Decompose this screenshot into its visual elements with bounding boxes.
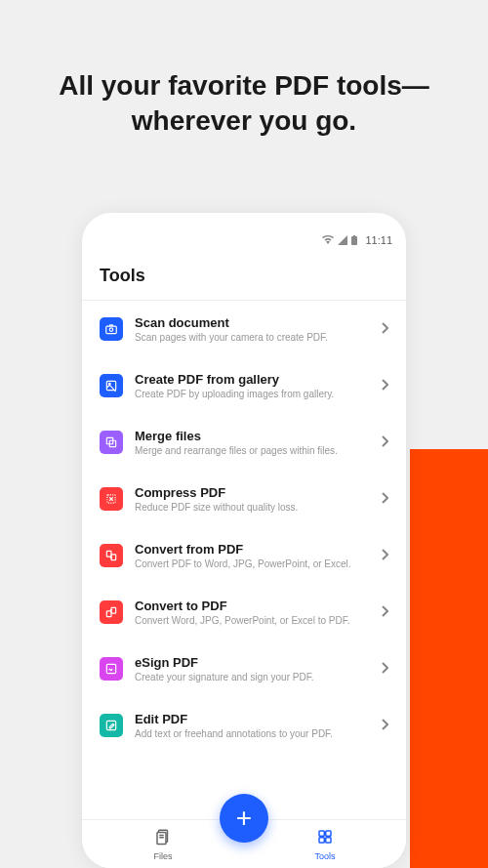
svg-rect-19	[319, 831, 324, 836]
status-time: 11:11	[365, 234, 392, 246]
tool-title: Create PDF from gallery	[135, 372, 370, 387]
tool-title: Edit PDF	[135, 712, 370, 726]
compress-icon	[100, 487, 123, 511]
nav-label: Tools	[314, 851, 335, 861]
chevron-right-icon	[382, 434, 388, 451]
chevron-right-icon	[382, 603, 388, 621]
tool-title: Convert to PDF	[135, 599, 370, 613]
plus-icon: +	[236, 805, 252, 832]
chevron-right-icon	[382, 547, 388, 564]
battery-icon	[351, 235, 357, 245]
svg-rect-22	[326, 837, 331, 842]
tool-desc: Add text or freehand annotations to your…	[135, 728, 370, 739]
tools-list: Scan document Scan pages with your camer…	[82, 301, 406, 754]
svg-rect-21	[319, 837, 324, 842]
svg-rect-20	[326, 831, 331, 836]
files-icon	[154, 828, 172, 849]
nav-files[interactable]: Files	[134, 828, 192, 861]
tool-title: Scan document	[135, 315, 370, 330]
camera-icon	[100, 317, 123, 341]
phone-mockup: 11:11 Tools Scan document Scan pages wit…	[82, 213, 406, 868]
svg-rect-0	[351, 236, 357, 245]
tool-scan-document[interactable]: Scan document Scan pages with your camer…	[100, 301, 388, 357]
screen-header: Tools	[82, 254, 406, 301]
chevron-right-icon	[382, 490, 388, 508]
svg-rect-4	[106, 381, 115, 390]
tool-compress-pdf[interactable]: Compress PDF Reduce PDF size without qua…	[100, 471, 388, 527]
tool-title: Convert from PDF	[135, 542, 370, 557]
signal-icon	[338, 235, 347, 245]
tool-convert-to-pdf[interactable]: Convert to PDF Convert Word, JPG, PowerP…	[100, 584, 388, 641]
fab-add-button[interactable]: +	[220, 794, 268, 843]
convert-to-icon	[100, 600, 123, 624]
convert-from-icon	[100, 544, 123, 567]
chevron-right-icon	[382, 660, 388, 678]
screen-title: Tools	[100, 266, 388, 286]
tool-title: Compress PDF	[135, 485, 370, 500]
tool-title: eSign PDF	[135, 655, 370, 670]
tool-desc: Reduce PDF size without quality loss.	[135, 502, 370, 513]
decorative-orange-block	[410, 449, 488, 868]
page-headline: All your favorite PDF tools—wherever you…	[0, 0, 488, 140]
sign-icon	[100, 657, 123, 681]
edit-icon	[100, 714, 123, 737]
tool-desc: Scan pages with your camera to create PD…	[135, 332, 370, 343]
svg-rect-13	[106, 664, 115, 673]
tool-create-from-gallery[interactable]: Create PDF from gallery Create PDF by up…	[100, 357, 388, 414]
image-icon	[100, 374, 123, 397]
svg-rect-9	[106, 551, 111, 557]
tool-desc: Merge and rearrange files or pages withi…	[135, 445, 370, 456]
chevron-right-icon	[382, 320, 388, 338]
tool-title: Merge files	[135, 429, 370, 443]
nav-tools[interactable]: Tools	[296, 828, 354, 861]
wifi-icon	[322, 235, 334, 245]
chevron-right-icon	[382, 377, 388, 394]
svg-rect-12	[106, 611, 111, 617]
tool-desc: Create your signature and sign your PDF.	[135, 672, 370, 682]
tool-esign-pdf[interactable]: eSign PDF Create your signature and sign…	[100, 641, 388, 697]
svg-rect-2	[106, 326, 117, 334]
tool-desc: Convert Word, JPG, PowerPoint, or Excel …	[135, 615, 370, 626]
svg-point-3	[109, 328, 113, 332]
tools-icon	[316, 828, 334, 849]
merge-icon	[100, 431, 123, 454]
svg-rect-1	[353, 235, 355, 236]
chevron-right-icon	[382, 717, 388, 734]
tool-desc: Convert PDF to Word, JPG, PowerPoint, or…	[135, 558, 370, 569]
tool-edit-pdf[interactable]: Edit PDF Add text or freehand annotation…	[100, 697, 388, 754]
status-bar: 11:11	[82, 227, 406, 254]
nav-label: Files	[153, 851, 172, 861]
tool-desc: Create PDF by uploading images from gall…	[135, 389, 370, 399]
tool-merge-files[interactable]: Merge files Merge and rearrange files or…	[100, 414, 388, 471]
tool-convert-from-pdf[interactable]: Convert from PDF Convert PDF to Word, JP…	[100, 527, 388, 584]
